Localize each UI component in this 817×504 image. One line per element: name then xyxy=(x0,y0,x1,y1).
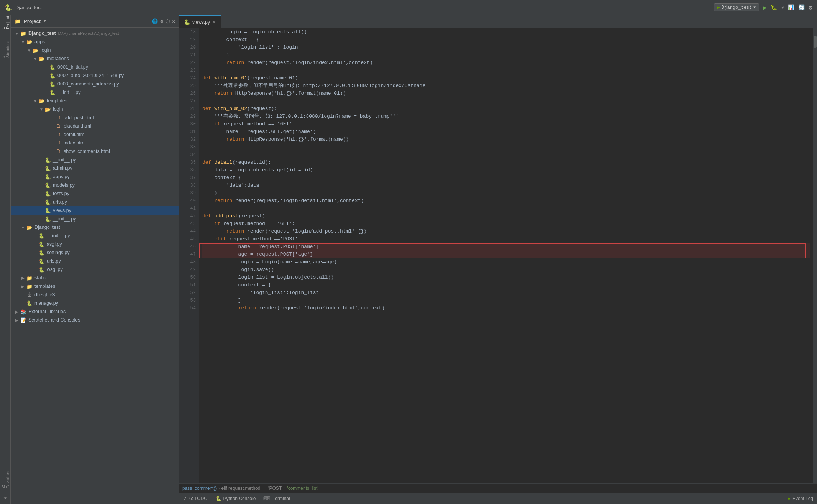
code-line-27 xyxy=(202,97,810,105)
run-button[interactable]: ▶ xyxy=(763,4,767,11)
terminal-icon: ⌨ xyxy=(263,496,271,501)
run-config-badge[interactable]: ▶ Django_test ▼ xyxy=(714,3,759,11)
coverage-button[interactable]: ⚡ xyxy=(781,4,784,11)
tree-item-login[interactable]: ▼ 📂 login xyxy=(11,46,179,54)
tree-item-wsgi[interactable]: 🐍 wsgi.py xyxy=(11,265,179,274)
tab-views-py[interactable]: 🐍 views.py ✕ xyxy=(179,15,221,28)
title-bar-left: 🐍 Django_test xyxy=(5,4,42,11)
tree-item-db[interactable]: 🗄 db.sqlite3 xyxy=(11,291,179,299)
code-line-19: context = { xyxy=(202,36,810,44)
tree-item-views[interactable]: 🐍 views.py xyxy=(11,206,179,215)
tree-label: manage.py xyxy=(34,300,58,306)
tree-item-models[interactable]: 🐍 models.py xyxy=(11,181,179,189)
event-log-icon: ● xyxy=(787,496,791,501)
code-line-43: if request.method == 'GET': xyxy=(202,220,810,228)
tree-item-biaodan[interactable]: 🗋 biaodan.html xyxy=(11,122,179,130)
tree-label: static xyxy=(34,275,46,281)
tab-label: views.py xyxy=(192,20,210,25)
tree-label: models.py xyxy=(53,182,75,188)
tree-item-ext-libs[interactable]: ▶ 📚 External Libraries xyxy=(11,307,179,316)
panel-globe-icon[interactable]: 🌐 xyxy=(152,18,158,25)
tree-item-login-tpl[interactable]: ▼ 📂 login xyxy=(11,105,179,113)
title-bar-right: ▶ Django_test ▼ ▶ 🐛 ⚡ 📊 🔄 ⚙ xyxy=(714,3,812,11)
breadcrumb-item-3[interactable]: 'comments_list' xyxy=(287,486,318,491)
tree-label: login xyxy=(41,48,51,53)
star-icon[interactable]: ★ xyxy=(3,494,7,501)
code-line-20: 'login_list'_: login xyxy=(202,44,810,51)
tree-item-asgi[interactable]: 🐍 asgi.py xyxy=(11,240,179,248)
vertical-scrollbar[interactable] xyxy=(813,28,817,483)
tree-item-apps-py[interactable]: 🐍 apps.py xyxy=(11,172,179,181)
tree-item-init-dj[interactable]: 🐍 __init__.py xyxy=(11,231,179,240)
tree-label: __init__.py xyxy=(53,157,76,163)
tree-item-migrations[interactable]: ▼ 📂 migrations xyxy=(11,54,179,63)
code-line-48: login = Login(name_=name,age=age) xyxy=(202,258,810,266)
code-line-42: def add_post(request): xyxy=(202,212,810,220)
title-bar: 🐍 Django_test ▶ Django_test ▼ ▶ 🐛 ⚡ 📊 🔄 … xyxy=(0,0,817,15)
tree-item-init-mig[interactable]: 🐍 __init__.py xyxy=(11,88,179,97)
tree-item-0003[interactable]: 🐍 0003_comments_address.py xyxy=(11,80,179,88)
panel-expand-icon[interactable]: ⬡ xyxy=(166,18,170,25)
code-line-44: ▶ return render(request,'login/add_post.… xyxy=(202,228,810,235)
code-line-39: } xyxy=(202,189,810,197)
tree-label: urls.py xyxy=(53,199,67,205)
tree-item-0001[interactable]: 🐍 0001_initial.py xyxy=(11,63,179,71)
tree-item-templates[interactable]: ▼ 📂 templates xyxy=(11,97,179,105)
tree-item-show-comments[interactable]: 🗋 show_comments.html xyxy=(11,147,179,156)
panel-close-icon[interactable]: ✕ xyxy=(172,18,175,25)
code-line-30: if request.method == 'GET': xyxy=(202,120,810,128)
tree-item-tests[interactable]: 🐍 tests.py xyxy=(11,189,179,198)
tree-item-add-post[interactable]: 🗋 add_post.html xyxy=(11,113,179,122)
tree-label: wsgi.py xyxy=(47,267,63,272)
tree-path: D:\PycharmProjects\Django_test xyxy=(58,31,119,36)
breadcrumb-item-2[interactable]: elif request.method == 'POST' xyxy=(221,486,282,491)
tree-label: detail.html xyxy=(64,132,85,137)
tree-item-admin[interactable]: 🐍 admin.py xyxy=(11,164,179,172)
tree-label: db.sqlite3 xyxy=(34,292,55,297)
tab-close-button[interactable]: ✕ xyxy=(212,20,216,25)
tree-item-urls2[interactable]: 🐍 urls.py xyxy=(11,257,179,265)
tab-file-icon: 🐍 xyxy=(184,19,190,25)
bottom-bar: ✓ 6: TODO 🐍 Python Console ⌨ Terminal ● … xyxy=(179,493,817,504)
vcs-button[interactable]: 🔄 xyxy=(798,4,805,11)
tree-label: tests.py xyxy=(53,191,69,196)
tree-label: apps.py xyxy=(53,174,70,179)
tree-label: settings.py xyxy=(47,250,70,255)
tree-item-templates-root[interactable]: ▶ 📁 templates xyxy=(11,282,179,291)
panel-gear-icon[interactable]: ⚙ xyxy=(160,18,163,25)
tree-item-scratches[interactable]: ▶ 📝 Scratches and Consoles xyxy=(11,316,179,324)
tree-item-django-pkg[interactable]: ▼ 📂 Django_test xyxy=(11,223,179,231)
tree-item-detail-html[interactable]: 🗋 detail.html xyxy=(11,130,179,139)
debug-button[interactable]: 🐛 xyxy=(771,4,777,11)
tree-item-0002[interactable]: 🐍 0002_auto_20210524_1548.py xyxy=(11,71,179,80)
console-button[interactable]: 🐍 Python Console xyxy=(215,496,256,501)
sidebar-item-structure[interactable]: 2: Structure xyxy=(1,45,10,54)
code-line-31: name = request.GET.get('name') xyxy=(202,128,810,136)
tree-item-index-html[interactable]: 🗋 index.html xyxy=(11,139,179,147)
code-content[interactable]: login = Login.objects.all() context = { … xyxy=(199,28,813,483)
event-log-button[interactable]: ● Event Log xyxy=(787,496,813,501)
settings-button[interactable]: ⚙ xyxy=(809,4,812,11)
breadcrumb-item-1[interactable]: pass_comment() xyxy=(182,486,217,491)
tree-label: index.html xyxy=(64,140,85,146)
tree-label: External Libraries xyxy=(28,309,66,314)
profile-button[interactable]: 📊 xyxy=(788,4,794,11)
panel-title-dropdown[interactable]: ▼ xyxy=(44,19,46,23)
tree-item-static[interactable]: ▶ 📁 static xyxy=(11,274,179,282)
tree-item-init-apps[interactable]: 🐍 __init__.py xyxy=(11,215,179,223)
tree-item-apps[interactable]: ▼ 📂 apps xyxy=(11,38,179,46)
tree-item-init-login[interactable]: 🐍 __init__.py xyxy=(11,156,179,164)
todo-button[interactable]: ✓ 6: TODO xyxy=(183,496,208,501)
code-line-36: data = Login.objects.get(id = id) xyxy=(202,166,810,174)
terminal-button[interactable]: ⌨ Terminal xyxy=(263,496,290,501)
tree-item-manage[interactable]: 🐍 manage.py xyxy=(11,299,179,307)
code-line-49: login.save() xyxy=(202,266,810,274)
sidebar-item-project[interactable]: 1: Project xyxy=(1,18,10,27)
tree-item-django-root[interactable]: ▼ 📁 Django_test D:\PycharmProjects\Djang… xyxy=(11,29,179,38)
todo-icon: ✓ xyxy=(183,496,187,501)
sidebar-item-favorites[interactable]: 2: Favorites xyxy=(1,475,10,484)
tree-item-settings[interactable]: 🐍 settings.py xyxy=(11,248,179,257)
tree-item-urls[interactable]: 🐍 urls.py xyxy=(11,198,179,206)
tree-label: asgi.py xyxy=(47,241,62,247)
run-config-dropdown-icon[interactable]: ▼ xyxy=(753,5,756,10)
